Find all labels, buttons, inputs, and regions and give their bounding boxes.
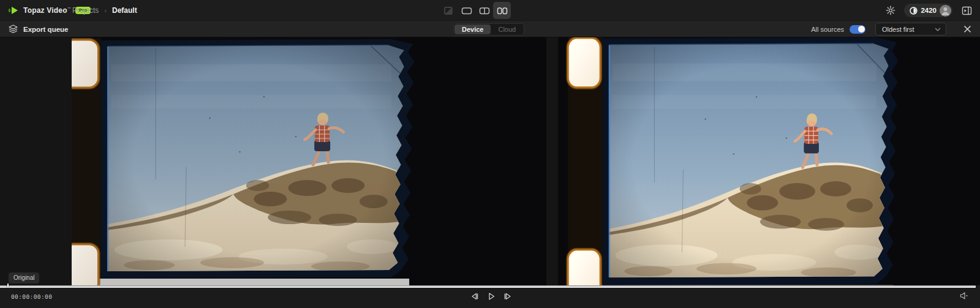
credits-amount: 2420 <box>921 7 937 14</box>
original-film-frame <box>72 37 546 285</box>
playback-controls <box>469 291 513 302</box>
comparison-viewer: Original <box>0 37 980 285</box>
breadcrumb: Projects › Default <box>72 0 137 21</box>
next-frame-button[interactable] <box>502 291 513 302</box>
all-sources-label: All sources <box>811 26 844 33</box>
brand-name: Topaz Video™ <box>23 6 71 15</box>
split-view-button[interactable] <box>475 2 493 19</box>
segment-device[interactable]: Device <box>454 24 491 35</box>
device-cloud-segmented-control: Device Cloud <box>453 23 524 36</box>
header-right: 2420 <box>886 0 980 21</box>
segment-cloud[interactable]: Cloud <box>491 24 523 35</box>
app-header: Topaz Video™ Pro Projects › Default <box>0 0 980 21</box>
single-view-button[interactable] <box>458 2 475 19</box>
sort-dropdown[interactable]: Oldest first <box>875 23 946 36</box>
split-view-icon <box>479 6 490 15</box>
close-icon <box>963 25 971 33</box>
coin-icon <box>910 7 918 15</box>
play-button[interactable] <box>486 291 497 302</box>
export-queue-title: Export queue <box>23 26 68 33</box>
enhanced-preview-pane[interactable] <box>558 37 980 285</box>
panel-icon <box>962 6 972 15</box>
previous-frame-icon <box>470 292 479 301</box>
layers-icon <box>9 24 18 34</box>
play-icon <box>487 292 496 301</box>
original-badge: Original <box>9 272 39 284</box>
gear-icon <box>886 6 895 15</box>
settings-button[interactable] <box>886 6 895 15</box>
breadcrumb-projects[interactable]: Projects <box>72 6 99 15</box>
timecode: 00:00:00:00 <box>11 293 52 300</box>
toggle-knob <box>858 26 865 32</box>
close-export-queue-button[interactable] <box>963 25 971 33</box>
export-queue-bar: Export queue Device Cloud All sources Ol… <box>0 21 980 37</box>
comparison-view-icon <box>443 6 454 15</box>
user-icon <box>940 5 951 17</box>
view-mode-switcher <box>440 0 511 21</box>
trademark: ™ <box>67 7 71 10</box>
comparison-view-button[interactable] <box>440 2 458 19</box>
credits-pill[interactable]: 2420 <box>904 4 952 17</box>
side-by-side-view-button[interactable] <box>493 2 511 19</box>
sort-value: Oldest first <box>882 26 914 33</box>
topaz-video-app: Topaz Video™ Pro Projects › Default <box>0 0 980 308</box>
speaker-icon <box>960 291 969 300</box>
export-queue-header: Export queue <box>9 21 68 37</box>
single-view-icon <box>461 6 472 15</box>
avatar[interactable] <box>940 5 951 17</box>
volume-button[interactable] <box>960 291 969 300</box>
all-sources-toggle[interactable] <box>850 25 865 34</box>
side-by-side-view-icon <box>497 6 508 15</box>
transport-bar: 00:00:00:00 <box>0 288 980 308</box>
logo-icon <box>9 6 19 15</box>
next-frame-icon <box>503 292 512 301</box>
original-video-pane[interactable] <box>72 37 546 285</box>
breadcrumb-current[interactable]: Default <box>112 6 137 15</box>
previous-frame-button[interactable] <box>469 291 480 302</box>
enhanced-film-frame <box>558 37 980 285</box>
breadcrumb-separator-icon: › <box>104 7 107 14</box>
export-queue-controls: All sources Oldest first <box>811 21 980 37</box>
chevron-down-icon <box>935 28 941 31</box>
toggle-right-panel-button[interactable] <box>962 6 972 15</box>
